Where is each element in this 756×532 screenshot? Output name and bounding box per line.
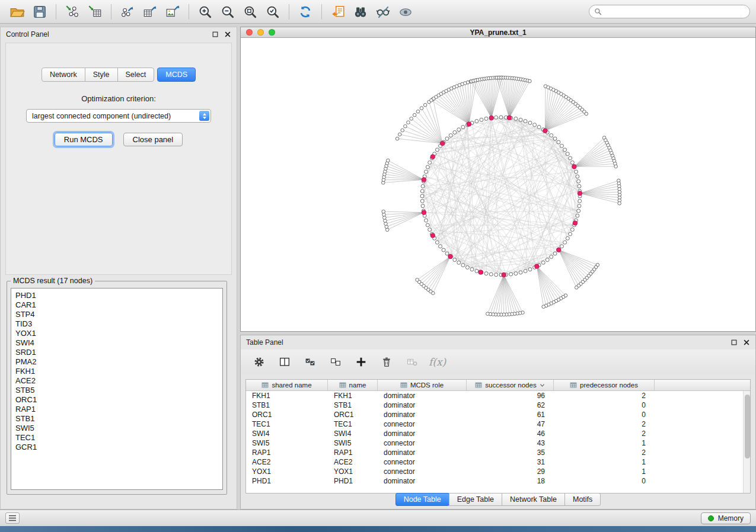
mcds-result-item[interactable]: TEC1 <box>15 433 218 443</box>
mcds-result-item[interactable]: RAP1 <box>15 405 218 414</box>
split-panel-button[interactable] <box>276 354 294 370</box>
zoom-selected-icon <box>265 4 280 20</box>
import-table-disabled-button[interactable] <box>403 354 421 370</box>
glasses-icon <box>375 4 391 20</box>
zoom-in-icon <box>197 4 213 20</box>
network-window-titlebar[interactable]: YPA_prune.txt_1 <box>241 27 755 38</box>
optimization-criterion-select[interactable]: largest connected component (undirected) <box>26 109 211 123</box>
minimize-window-icon[interactable] <box>257 29 264 36</box>
table-row[interactable]: FKH1FKH1dominator962 <box>246 391 750 400</box>
export-image-button[interactable] <box>161 2 184 21</box>
mcds-result-item[interactable]: FKH1 <box>15 367 218 376</box>
mcds-result-item[interactable]: PMA2 <box>15 357 218 367</box>
table-row[interactable]: ORC1ORC1dominator610 <box>246 410 750 419</box>
tab-style[interactable]: Style <box>85 68 118 82</box>
mcds-result-item[interactable]: SRD1 <box>15 348 218 357</box>
zoom-out-button[interactable] <box>216 2 239 21</box>
column-header-label: name <box>349 382 366 389</box>
glasses-button[interactable] <box>372 2 394 21</box>
search-box[interactable] <box>589 5 750 18</box>
mcds-result-item[interactable]: SWI5 <box>15 424 218 433</box>
tab-node-table[interactable]: Node Table <box>395 493 449 506</box>
table-cell: STB1 <box>246 401 328 409</box>
mcds-result-item[interactable]: STB5 <box>15 386 218 395</box>
run-mcds-button[interactable]: Run MCDS <box>55 133 113 146</box>
column-header-MCDS-role[interactable]: MCDS role <box>378 380 467 390</box>
binoculars-button[interactable] <box>349 2 372 21</box>
float-table-panel-icon[interactable] <box>731 339 738 346</box>
tab-motifs[interactable]: Motifs <box>564 493 601 506</box>
table-row[interactable]: RAP1RAP1dominator352 <box>246 448 750 457</box>
table-row[interactable]: YOX1YOX1connector291 <box>246 467 750 476</box>
table-row[interactable]: ACE2ACE2connector311 <box>246 457 750 467</box>
delete-column-button[interactable] <box>378 354 395 370</box>
close-window-icon[interactable] <box>246 29 253 36</box>
mcds-result-item[interactable]: STP4 <box>15 310 218 319</box>
tab-network[interactable]: Network <box>42 68 85 82</box>
import-table-button[interactable] <box>84 2 106 21</box>
search-input[interactable] <box>605 8 745 16</box>
column-header-name[interactable]: name <box>328 380 378 390</box>
panel-menu-button[interactable] <box>5 512 20 524</box>
close-panel-icon[interactable] <box>224 31 231 38</box>
table-cell: 0 <box>554 401 655 409</box>
tab-network-table[interactable]: Network Table <box>502 493 565 506</box>
zoom-in-button[interactable] <box>194 2 216 21</box>
eye-button[interactable] <box>394 2 417 21</box>
table-cell: connector <box>378 467 467 476</box>
table-scrollbar[interactable] <box>743 391 750 493</box>
export-table-button[interactable] <box>139 2 161 21</box>
table-row[interactable]: PHD1PHD1dominator180 <box>246 476 750 486</box>
tab-select[interactable]: Select <box>117 68 155 82</box>
function-builder-button[interactable]: f(x) <box>429 356 446 368</box>
tab-mcds[interactable]: MCDS <box>157 68 196 82</box>
table-cell: YOX1 <box>246 467 328 476</box>
toolbar-separator <box>56 4 56 20</box>
gear-button[interactable] <box>250 354 268 370</box>
tab-edge-table[interactable]: Edge Table <box>449 493 502 506</box>
column-header-shared-name[interactable]: shared name <box>246 380 328 390</box>
maximize-window-icon[interactable] <box>269 29 275 36</box>
float-panel-icon[interactable] <box>212 31 219 38</box>
mcds-result-item[interactable]: ORC1 <box>15 395 218 405</box>
mcds-result-list[interactable]: PHD1CAR1STP4TID3YOX1SWI4SRD1PMA2FKH1ACE2… <box>11 288 223 490</box>
clear-checks-button[interactable] <box>327 354 344 370</box>
zoom-fit-button[interactable] <box>239 2 261 21</box>
table-row[interactable]: TEC1TEC1connector472 <box>246 419 750 429</box>
mcds-result-item[interactable]: YOX1 <box>15 329 218 338</box>
share-document-button[interactable] <box>327 2 349 21</box>
table-row[interactable]: SWI5SWI5connector431 <box>246 438 750 448</box>
table-cell: 1 <box>554 467 655 476</box>
table-row[interactable]: STB1STB1dominator620 <box>246 400 750 410</box>
save-button[interactable] <box>28 2 51 21</box>
table-cell: TEC1 <box>328 420 378 428</box>
import-table-disabled-icon <box>406 355 419 368</box>
table-toolbar: f(x) <box>241 350 755 374</box>
mcds-result-item[interactable]: TID3 <box>15 319 218 329</box>
table-cell: dominator <box>378 411 467 419</box>
zoom-selected-button[interactable] <box>261 2 284 21</box>
import-network-button[interactable] <box>61 2 84 21</box>
mcds-result-item[interactable]: GCR1 <box>15 443 218 452</box>
table-cell: connector <box>378 420 467 428</box>
refresh-button[interactable] <box>294 2 317 21</box>
open-folder-button[interactable] <box>6 2 28 21</box>
memory-status-icon <box>708 515 714 521</box>
mcds-result-item[interactable]: SWI4 <box>15 338 218 348</box>
table-scrollbar-thumb[interactable] <box>745 395 750 459</box>
mcds-result-item[interactable]: CAR1 <box>15 300 218 310</box>
add-column-button[interactable] <box>352 354 370 370</box>
select-all-checks-button[interactable] <box>301 354 319 370</box>
mcds-result-item[interactable]: ACE2 <box>15 376 218 386</box>
column-header-predecessor-nodes[interactable]: predecessor nodes <box>554 380 655 390</box>
network-canvas[interactable] <box>241 38 755 331</box>
export-network-button[interactable] <box>116 2 139 21</box>
column-header-successor-nodes[interactable]: successor nodes <box>467 380 554 390</box>
mcds-result-item[interactable]: PHD1 <box>15 291 218 300</box>
close-mcds-panel-button[interactable]: Close panel <box>123 133 183 146</box>
dropdown-stepper-icon <box>199 111 209 121</box>
table-row[interactable]: SWI4SWI4dominator462 <box>246 429 750 438</box>
memory-button[interactable]: Memory <box>701 512 751 524</box>
mcds-result-item[interactable]: STB1 <box>15 414 218 424</box>
close-table-panel-icon[interactable] <box>743 339 750 346</box>
